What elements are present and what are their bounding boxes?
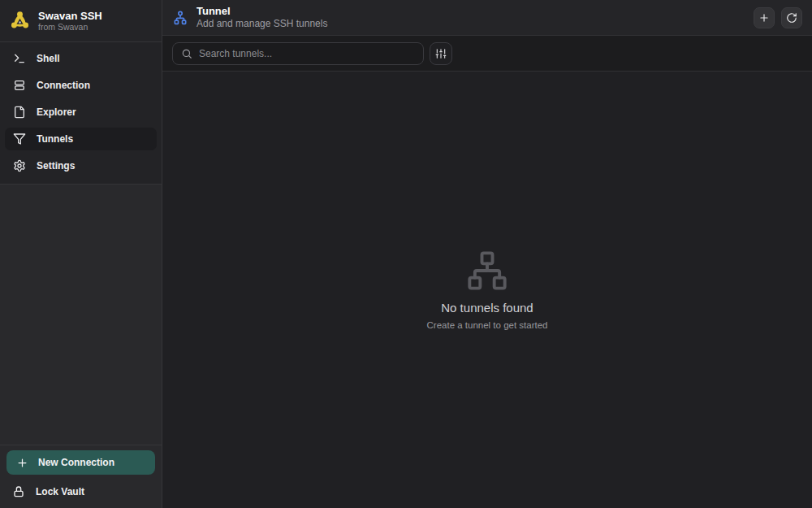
sliders-icon: [435, 48, 447, 59]
refresh-icon: [786, 12, 797, 24]
empty-state-title: No tunnels found: [427, 301, 548, 315]
sidebar-item-label: Tunnels: [37, 133, 73, 145]
server-icon: [12, 79, 26, 93]
sidebar-item-settings[interactable]: Settings: [5, 154, 157, 177]
sidebar: Swavan SSH from Swavan Shell Connection: [0, 0, 162, 508]
main-panel: Tunnel Add and manage SSH tunnels: [162, 0, 812, 508]
add-tunnel-button[interactable]: [754, 7, 775, 28]
search-tunnels-input[interactable]: [199, 48, 415, 59]
app-identity: Swavan SSH from Swavan: [38, 10, 102, 33]
sidebar-spacer: [0, 185, 162, 445]
app-subtitle: from Swavan: [38, 22, 102, 33]
empty-state: No tunnels found Create a tunnel to get …: [427, 250, 548, 330]
search-icon: [181, 48, 192, 59]
sidebar-item-explorer[interactable]: Explorer: [5, 101, 157, 124]
main-header: Tunnel Add and manage SSH tunnels: [162, 0, 812, 36]
network-icon: [427, 250, 548, 292]
sidebar-item-label: Shell: [37, 53, 60, 64]
page-title: Tunnel: [197, 5, 327, 18]
terminal-icon: [12, 52, 26, 66]
sidebar-item-connection[interactable]: Connection: [5, 74, 157, 97]
header-text: Tunnel Add and manage SSH tunnels: [197, 5, 327, 30]
file-icon: [12, 106, 26, 119]
search-box[interactable]: [172, 42, 424, 65]
funnel-icon: [12, 132, 26, 146]
page-subtitle: Add and manage SSH tunnels: [197, 18, 327, 30]
sidebar-item-tunnels[interactable]: Tunnels: [5, 128, 157, 150]
app-window: Swavan SSH from Swavan Shell Connection: [0, 0, 812, 508]
refresh-button[interactable]: [781, 7, 802, 28]
filter-options-button[interactable]: [430, 42, 452, 65]
lock-vault-button[interactable]: Lock Vault: [6, 480, 155, 502]
sidebar-header: Swavan SSH from Swavan: [0, 0, 162, 42]
tunnel-list-area: No tunnels found Create a tunnel to get …: [162, 72, 812, 508]
sidebar-item-label: Explorer: [37, 106, 76, 118]
sidebar-item-label: Settings: [37, 160, 75, 172]
gear-icon: [12, 159, 26, 173]
plus-icon: [758, 12, 770, 24]
sidebar-item-label: Connection: [37, 80, 90, 91]
sidebar-item-shell[interactable]: Shell: [5, 47, 157, 70]
app-title: Swavan SSH: [38, 10, 102, 22]
lock-icon: [12, 485, 25, 498]
new-connection-label: New Connection: [38, 457, 114, 468]
sidebar-nav: Shell Connection Explorer Tunnels: [0, 42, 162, 185]
sidebar-footer: New Connection Lock Vault: [0, 445, 162, 508]
lock-vault-label: Lock Vault: [36, 486, 84, 497]
plus-icon: [16, 457, 28, 469]
app-logo-icon: [9, 10, 31, 32]
tunnel-network-icon: [172, 10, 188, 26]
header-actions: [754, 7, 802, 28]
empty-state-subtitle: Create a tunnel to get started: [427, 320, 548, 330]
tunnel-toolbar: [162, 36, 812, 72]
new-connection-button[interactable]: New Connection: [6, 450, 155, 475]
